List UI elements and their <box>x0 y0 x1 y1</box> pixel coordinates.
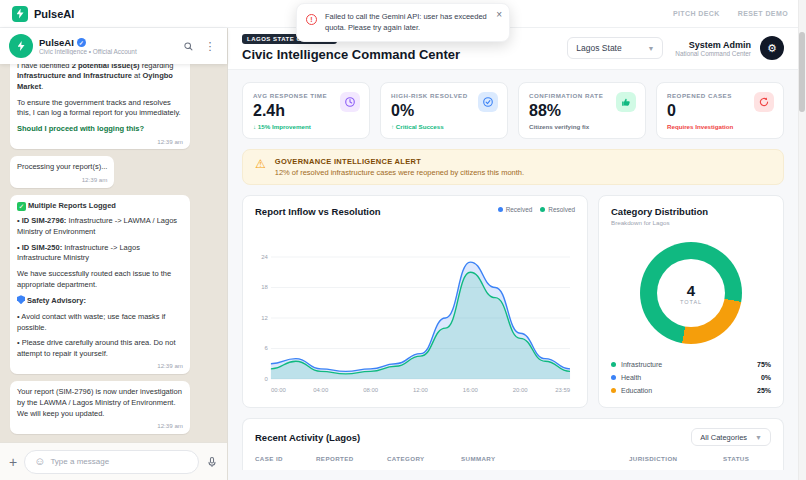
inflow-chart-title: Report Inflow vs Resolution <box>255 206 381 217</box>
message-input-pill[interactable]: ☺ <box>24 450 199 474</box>
reset-demo-button[interactable]: RESET DEMO <box>732 6 794 21</box>
svg-text:00:00: 00:00 <box>271 387 287 393</box>
message-input[interactable] <box>50 457 189 466</box>
message-text: Processing your report(s)... <box>17 162 107 171</box>
chat-title-label: PulseAI <box>39 37 74 48</box>
emoji-icon[interactable]: ☺ <box>34 456 45 467</box>
main-panel: LAGOS STATE COMMAND ● Live Civic Intelli… <box>228 28 806 480</box>
close-icon[interactable]: × <box>496 9 502 20</box>
svg-text:23:59: 23:59 <box>555 387 571 393</box>
brand-name: PulseAI <box>34 8 74 20</box>
bolt-icon <box>17 9 24 19</box>
legend-dot-icon <box>611 362 616 367</box>
main-content: AVG RESPONSE TIME2.4h↓ 15% ImprovementHI… <box>228 70 806 480</box>
inflow-line-chart: 0612182400:0004:0008:0012:0016:0020:0023… <box>255 249 575 397</box>
svg-text:12: 12 <box>261 315 268 321</box>
chevron-down-icon: ▼ <box>755 434 762 441</box>
clock-icon <box>340 92 360 112</box>
chat-message: ✓Multiple Reports Logged• ID SIM-2796: I… <box>10 195 190 374</box>
stat-card: AVG RESPONSE TIME2.4h↓ 15% Improvement <box>242 82 370 139</box>
refresh-icon <box>754 92 774 112</box>
chat-header-text: PulseAI ✓ Civic Intelligence • Official … <box>39 37 174 55</box>
legend-label: Resolved <box>548 206 575 213</box>
message-text: I have identified <box>17 64 72 70</box>
message-paragraph: We have successfully routed each issue t… <box>17 269 183 290</box>
recent-activity-card: Recent Activity (Lagos) All Categories ▼… <box>242 418 784 470</box>
svg-text:0: 0 <box>265 376 269 382</box>
svg-text:20:00: 20:00 <box>513 387 529 393</box>
svg-text:12:00: 12:00 <box>413 387 429 393</box>
page-scrollbar[interactable] <box>798 0 806 480</box>
error-toast: ! Failed to call the Gemini API: user ha… <box>296 3 510 42</box>
stat-sub: ↑ Critical Success <box>391 123 497 130</box>
category-legend-item: Infrastructure75% <box>611 358 771 371</box>
inflow-legend: ReceivedResolved <box>498 206 575 213</box>
mic-icon[interactable] <box>206 456 218 468</box>
message-text: Infrastructure and Infrastructure <box>17 71 132 80</box>
inflow-chart-card: Report Inflow vs Resolution ReceivedReso… <box>242 195 588 408</box>
message-paragraph: Safety Advisory: <box>17 295 183 307</box>
message-paragraph: To ensure the government tracks and reso… <box>17 98 183 119</box>
activity-title: Recent Activity (Lagos) <box>255 432 360 443</box>
region-select[interactable]: Lagos State ▼ <box>567 37 663 59</box>
donut-chart: 4 TOTAL <box>640 242 742 344</box>
chat-subtitle: Civic Intelligence • Official Account <box>39 48 174 55</box>
attach-plus-icon[interactable]: + <box>9 455 17 469</box>
scrollbar-thumb[interactable] <box>799 32 805 112</box>
svg-text:04:00: 04:00 <box>313 387 329 393</box>
svg-text:6: 6 <box>265 345 269 351</box>
check-icon: ✓ <box>17 202 26 211</box>
message-text: • Please drive carefully around this are… <box>17 338 176 358</box>
legend-item: Received <box>498 206 533 213</box>
message-paragraph: • Please drive carefully around this are… <box>17 338 183 359</box>
message-paragraph: ✓Multiple Reports Logged <box>17 201 183 212</box>
thumbs-up-icon <box>616 92 636 112</box>
svg-text:24: 24 <box>261 254 268 260</box>
category-legend-item: Education25% <box>611 384 771 397</box>
category-filter-value: All Categories <box>700 433 747 442</box>
charts-row: Report Inflow vs Resolution ReceivedReso… <box>242 195 784 408</box>
message-paragraph: • Avoid contact with waste; use face mas… <box>17 312 183 333</box>
column-header: SUMMARY <box>461 455 623 462</box>
governance-alert: ⚠ GOVERNANCE INTELLIGENCE ALERT 12% of r… <box>242 149 784 185</box>
chat-message: I have identified 2 potential issue(s) r… <box>10 64 190 149</box>
message-paragraph: Should I proceed with logging this? <box>17 124 183 135</box>
svg-text:16:00: 16:00 <box>463 387 479 393</box>
total-label: TOTAL <box>680 299 702 305</box>
admin-info: System Admin National Command Center <box>675 40 751 57</box>
category-legend: Infrastructure75%Health0%Education25% <box>611 358 771 397</box>
message-paragraph: Processing your report(s)... <box>17 162 107 173</box>
alert-body: GOVERNANCE INTELLIGENCE ALERT 12% of res… <box>275 157 524 177</box>
chat-message: Processing your report(s)...12:39 am <box>10 156 114 187</box>
search-icon[interactable] <box>180 41 196 52</box>
svg-text:18: 18 <box>261 284 268 290</box>
stat-card: HIGH-RISK RESOLVED0%↑ Critical Success <box>380 82 508 139</box>
menu-icon[interactable]: ⋮ <box>202 40 218 53</box>
message-text: 2 potential issue(s) <box>72 64 140 70</box>
message-text: regarding <box>140 64 174 70</box>
message-text: To ensure the government tracks and reso… <box>17 98 181 118</box>
category-card: Category Distribution Breakdown for Lago… <box>598 195 784 408</box>
column-header: STATUS <box>723 455 771 462</box>
legend-dot-icon <box>498 207 503 212</box>
message-text: • Avoid contact with waste; use face mas… <box>17 312 165 332</box>
inflow-chart-wrap: 0612182400:0004:0008:0012:0016:0020:0023… <box>255 217 575 397</box>
stats-row: AVG RESPONSE TIME2.4h↓ 15% ImprovementHI… <box>242 82 784 139</box>
category-filter-select[interactable]: All Categories ▼ <box>691 428 771 446</box>
pitch-deck-button[interactable]: PITCH DECK <box>667 6 726 21</box>
page-title: Civic Intelligence Command Center <box>242 47 567 62</box>
category-name: Education <box>621 387 752 394</box>
message-time: 12:39 am <box>17 138 183 147</box>
chat-messages: with our teams.12:39 am✓✓I have identifi… <box>0 64 227 442</box>
stat-sub: Citizens verifying fix <box>529 123 635 130</box>
svg-text:08:00: 08:00 <box>363 387 379 393</box>
message-text: . <box>41 82 43 91</box>
message-text: We have successfully routed each issue t… <box>17 269 171 289</box>
message-time: 12:39 am <box>17 176 107 185</box>
message-text: Multiple Reports Logged <box>28 201 116 210</box>
message-text: Safety Advisory: <box>27 296 86 305</box>
inflow-chart-head: Report Inflow vs Resolution ReceivedReso… <box>255 206 575 217</box>
message-text: • ID SIM-250: <box>17 243 62 252</box>
message-text: • ID SIM-2796: <box>17 216 66 225</box>
settings-button[interactable]: ⚙ <box>760 36 784 60</box>
